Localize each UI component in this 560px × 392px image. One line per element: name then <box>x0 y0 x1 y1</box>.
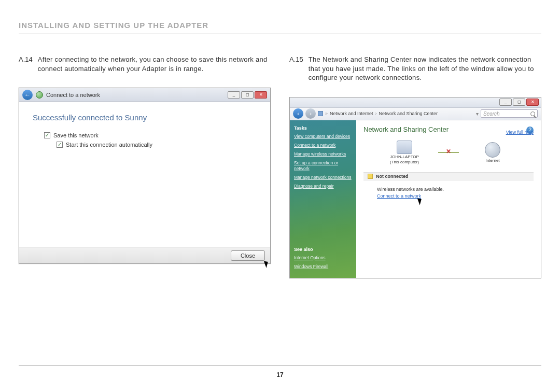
sidebar-link[interactable]: Internet Options <box>294 255 352 261</box>
warning-icon <box>368 174 373 179</box>
checkbox-label: Start this connection automatically <box>66 142 152 148</box>
internet-icon <box>485 142 500 158</box>
footer-divider <box>19 366 541 366</box>
window-titlebar: ← Connect to a network _ ◻ ✕ <box>19 88 270 102</box>
section-divider <box>19 34 541 34</box>
breadcrumb-item[interactable]: Network and Sharing Center <box>379 111 438 116</box>
window-titlebar: _ ◻ ✕ <box>290 97 541 108</box>
success-message: Successfully connected to Sunny <box>33 113 259 122</box>
screenshot-nsc-window: _ ◻ ✕ ‹ › » Network and Internet › Netwo… <box>289 97 541 278</box>
checkbox-label: Save this network <box>53 132 99 138</box>
sidebar-head-seealso: See also <box>294 247 352 252</box>
address-bar: ‹ › » Network and Internet › Network and… <box>290 108 541 120</box>
sidebar-link[interactable]: Manage wireless networks <box>294 151 352 157</box>
connection-broken-icon <box>438 152 459 153</box>
search-placeholder: Search <box>483 111 500 117</box>
node-internet: Internet <box>474 142 511 163</box>
step-number: A.14 <box>19 55 33 73</box>
view-full-map-link[interactable]: View full map <box>506 130 534 135</box>
section-title: INSTALLING AND SETTING UP THE ADAPTER <box>19 21 541 30</box>
minimize-icon[interactable]: _ <box>499 99 512 106</box>
sidebar-link[interactable]: Diagnose and repair <box>294 184 352 189</box>
close-button[interactable]: Close <box>231 250 265 261</box>
sidebar-link[interactable]: Set up a connection or network <box>294 160 352 172</box>
sidebar-link[interactable]: View computers and devices <box>294 134 352 139</box>
search-icon <box>530 111 535 116</box>
sidebar-link[interactable]: Windows Firewall <box>294 264 352 270</box>
page-number: 17 <box>0 371 560 379</box>
node-label: JOHN-LAPTOP <box>390 155 419 160</box>
node-label: (This computer) <box>390 160 419 165</box>
step-number: A.15 <box>289 55 303 82</box>
sidebar: Tasks View computers and devices Connect… <box>290 120 356 278</box>
screenshot-connect-window: ← Connect to a network _ ◻ ✕ Successfull… <box>19 88 271 264</box>
sidebar-head-tasks: Tasks <box>294 125 352 131</box>
status-text: Not connected <box>376 174 409 179</box>
controlpanel-icon <box>318 111 323 116</box>
breadcrumb-item[interactable]: Network and Internet <box>330 111 373 116</box>
step-a15: A.15 The Network and Sharing Center now … <box>289 55 541 82</box>
search-input[interactable]: Search <box>481 109 538 118</box>
node-computer: JOHN-LAPTOP (This computer) <box>386 141 423 165</box>
window-title: Connect to a network <box>46 92 100 98</box>
close-icon[interactable]: ✕ <box>526 99 539 106</box>
step-text: After connecting to the network, you can… <box>38 55 271 73</box>
sidebar-link[interactable]: Manage network connections <box>294 175 352 180</box>
nsc-content: ? Network and Sharing Center View full m… <box>356 120 541 278</box>
computer-icon <box>397 141 412 154</box>
node-label: Internet <box>485 159 499 163</box>
network-map: JOHN-LAPTOP (This computer) Internet <box>363 141 534 165</box>
minimize-icon[interactable]: _ <box>228 91 240 99</box>
nav-back-icon[interactable]: ‹ <box>293 108 303 119</box>
step-a14: A.14 After connecting to the network, yo… <box>19 55 271 73</box>
sidebar-link[interactable]: Connect to a network <box>294 143 352 148</box>
status-bar-not-connected: Not connected <box>363 172 534 180</box>
step-text: The Network and Sharing Center now indic… <box>309 55 541 82</box>
maximize-icon[interactable]: ◻ <box>513 99 525 106</box>
checkbox-save-network[interactable]: ✓ <box>44 132 50 138</box>
checkbox-auto-connect[interactable]: ✓ <box>57 142 63 148</box>
nav-forward-icon[interactable]: › <box>305 108 316 119</box>
breadcrumb[interactable]: » Network and Internet › Network and Sha… <box>318 111 474 116</box>
wireless-available-text: Wireless networks are available. <box>377 187 534 192</box>
network-icon <box>36 91 43 99</box>
connect-network-link[interactable]: Connect to a network <box>377 193 421 199</box>
maximize-icon[interactable]: ◻ <box>241 91 254 99</box>
close-icon[interactable]: ✕ <box>255 91 267 99</box>
back-icon[interactable]: ← <box>22 90 33 100</box>
